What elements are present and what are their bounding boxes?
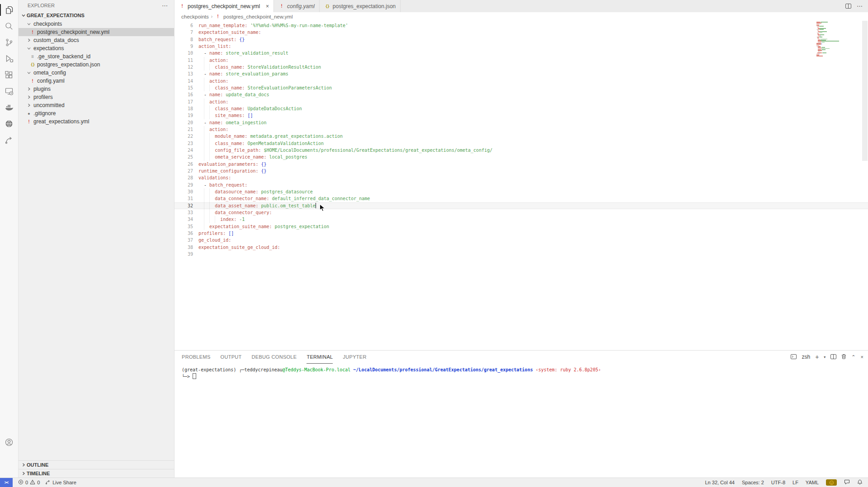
code-line[interactable]: 24 config_file_path: $HOME/LocalDocument…: [175, 147, 868, 154]
code-editor[interactable]: 6run_name_template: '%Y%m%d-%H%M%S-my-ru…: [175, 21, 868, 350]
tree-item[interactable]: expectations: [19, 44, 174, 52]
live-share-status[interactable]: Live Share: [45, 479, 76, 486]
split-editor-icon[interactable]: [845, 2, 851, 10]
code-line[interactable]: 27runtime_configuration: {}: [175, 168, 868, 174]
tree-item[interactable]: ≡.ge_store_backend_id: [19, 52, 174, 61]
code-line[interactable]: 17 action:: [175, 98, 868, 105]
extension-badge[interactable]: [826, 479, 837, 486]
code-line[interactable]: 36profilers: []: [175, 230, 868, 237]
close-icon[interactable]: ×: [266, 3, 269, 9]
code-line[interactable]: 6run_name_template: '%Y%m%d-%H%M%S-my-ru…: [175, 22, 868, 29]
encoding[interactable]: UTF-8: [771, 480, 785, 485]
outline-section[interactable]: OUTLINE: [19, 460, 174, 469]
remote-explorer-icon[interactable]: [0, 83, 18, 99]
tree-item[interactable]: !config.yaml: [19, 77, 174, 85]
code-line[interactable]: 7expectation_suite_name:: [175, 29, 868, 36]
yaml-file-icon: !: [26, 119, 32, 124]
code-line[interactable]: 28validations:: [175, 174, 868, 181]
maximize-panel-icon[interactable]: ⌃: [851, 354, 855, 360]
explorer-icon[interactable]: [0, 2, 18, 18]
split-terminal-icon[interactable]: [830, 353, 836, 361]
account-icon[interactable]: [0, 434, 18, 450]
code-line[interactable]: 11 action:: [175, 57, 868, 64]
source-control-icon[interactable]: [0, 34, 18, 51]
panel-tab-terminal[interactable]: TERMINAL: [307, 351, 333, 364]
more-actions-icon[interactable]: ⋯: [162, 2, 168, 9]
code-line[interactable]: 30 datasource_name: postgres_datasource: [175, 188, 868, 195]
kill-terminal-icon[interactable]: [841, 353, 846, 361]
tree-item[interactable]: custom_data_docs: [19, 36, 174, 44]
feedback-icon[interactable]: [844, 479, 850, 486]
tree-item[interactable]: profilers: [19, 93, 174, 101]
code-line[interactable]: 22 module_name: metadata.great_expectati…: [175, 133, 868, 140]
code-line[interactable]: 10 - name: store_validation_result: [175, 50, 868, 56]
tree-item[interactable]: checkpoints: [19, 20, 174, 28]
panel-tab-jupyter[interactable]: JUPYTER: [343, 351, 366, 364]
code-line[interactable]: 13 - name: store_evaluation_params: [175, 70, 868, 77]
panel-tab-debug-console[interactable]: DEBUG CONSOLE: [252, 351, 297, 364]
code-line[interactable]: 15 class_name: StoreEvaluationParameters…: [175, 84, 868, 91]
code-line[interactable]: 8batch_request: {}: [175, 36, 868, 43]
remote-indicator[interactable]: ><: [0, 478, 13, 487]
terminal-output[interactable]: (great-expectations) ┌─teddycrepineau@Te…: [175, 363, 868, 380]
code-line[interactable]: 9action_list:: [175, 43, 868, 50]
code-line[interactable]: 20 - name: ometa_ingestion: [175, 119, 868, 126]
code-token: UpdateDataDocsAction: [247, 106, 302, 111]
tree-item[interactable]: !postgres_checkpoint_new.yml: [19, 28, 174, 36]
panel-tab-problems[interactable]: PROBLEMS: [182, 351, 211, 364]
problems-status[interactable]: 0 0: [18, 479, 40, 486]
breadcrumb-file[interactable]: postgres_checkpoint_new.yml: [223, 14, 292, 19]
cursor-position[interactable]: Ln 32, Col 44: [705, 480, 734, 485]
run-debug-icon[interactable]: [0, 51, 18, 67]
globe-icon[interactable]: [0, 116, 18, 132]
code-line[interactable]: 33 data_connector_query:: [175, 209, 868, 216]
notifications-bell-icon[interactable]: [857, 479, 863, 486]
code-line[interactable]: 37ge_cloud_id:: [175, 237, 868, 244]
code-token: -: [198, 92, 209, 97]
code-line[interactable]: 29 - batch_request:: [175, 182, 868, 188]
docker-icon[interactable]: [0, 99, 18, 116]
tab-postgres_checkpoint_new.yml[interactable]: !postgres_checkpoint_new.yml×: [175, 0, 274, 12]
tree-item[interactable]: !great_expectations.yml: [19, 117, 174, 126]
breadcrumb-folder[interactable]: checkpoints: [181, 14, 209, 19]
code-line[interactable]: 32 data_asset_name: public.om_test_table: [175, 202, 868, 209]
panel-tab-output[interactable]: OUTPUT: [221, 351, 242, 364]
search-icon[interactable]: [0, 18, 18, 34]
minimap-line: [819, 33, 822, 33]
code-line[interactable]: 12 class_name: StoreValidationResultActi…: [175, 64, 868, 70]
code-line[interactable]: 38expectation_suite_ge_cloud_id:: [175, 244, 868, 251]
close-panel-icon[interactable]: ×: [861, 354, 863, 360]
code-line[interactable]: 34 index: -1: [175, 216, 868, 223]
terminal-dropdown-icon[interactable]: ▾: [824, 355, 826, 359]
code-line[interactable]: 39: [175, 251, 868, 258]
timeline-section[interactable]: TIMELINE: [19, 469, 174, 478]
tree-item[interactable]: {}postgres_expectation.json: [19, 61, 174, 69]
extensions-icon[interactable]: [0, 67, 18, 83]
code-line[interactable]: 18 class_name: UpdateDataDocsAction: [175, 105, 868, 112]
live-share-icon[interactable]: [0, 132, 18, 148]
tree-item[interactable]: uncommitted: [19, 101, 174, 109]
code-line[interactable]: 14 action:: [175, 78, 868, 84]
workspace-root[interactable]: GREAT_EXPECTATIONS: [19, 11, 174, 20]
tab-config.yaml[interactable]: !config.yaml: [274, 0, 320, 12]
code-line[interactable]: 16 - name: update_data_docs: [175, 91, 868, 98]
tab-postgres_expectation.json[interactable]: {}postgres_expectation.json: [320, 0, 401, 12]
code-line[interactable]: 21 action:: [175, 126, 868, 133]
code-line[interactable]: 19 site_names: []: [175, 112, 868, 119]
shell-label[interactable]: zsh: [802, 354, 810, 360]
new-terminal-icon[interactable]: +: [815, 353, 819, 361]
tree-item[interactable]: plugins: [19, 85, 174, 93]
code-line[interactable]: 26evaluation_parameters: {}: [175, 161, 868, 168]
code-line[interactable]: 25 ometa_service_name: local_postgres: [175, 154, 868, 160]
scrollbar-thumb[interactable]: [862, 21, 868, 161]
code-line[interactable]: 31 data_connector_name: default_inferred…: [175, 195, 868, 202]
code-token: update_data_docs: [226, 92, 269, 97]
language-mode[interactable]: YAML: [806, 480, 819, 485]
code-line[interactable]: 23 class_name: OpenMetadataValidationAct…: [175, 140, 868, 147]
eol-sequence[interactable]: LF: [793, 480, 798, 485]
indentation[interactable]: Spaces: 2: [742, 480, 764, 485]
code-line[interactable]: 35 expectation_suite_name: postgres_expe…: [175, 223, 868, 230]
tree-item[interactable]: ometa_config: [19, 69, 174, 77]
more-actions-icon[interactable]: ⋯: [857, 3, 863, 9]
tree-item[interactable]: ◆.gitignore: [19, 109, 174, 117]
